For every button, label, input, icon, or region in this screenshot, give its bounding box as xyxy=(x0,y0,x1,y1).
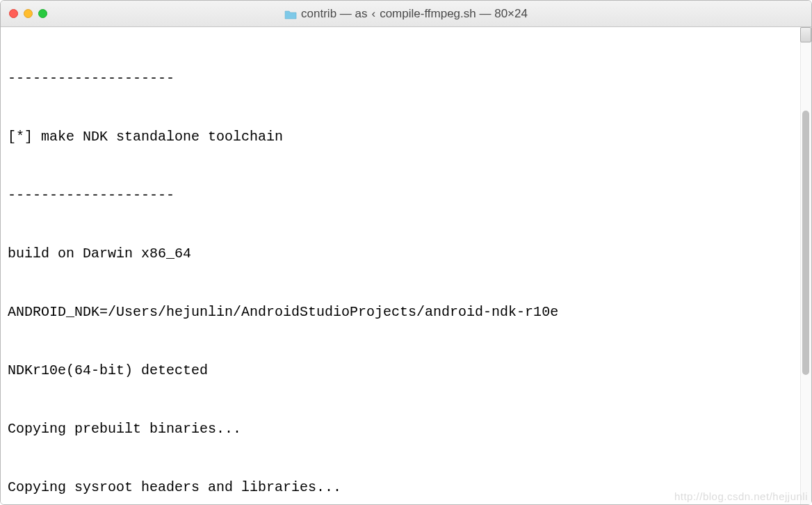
terminal-line: Copying sysroot headers and libraries... xyxy=(8,478,804,497)
scroll-thumb[interactable] xyxy=(802,111,809,375)
terminal-line: -------------------- xyxy=(8,186,804,205)
terminal-line: [*] make NDK standalone toolchain xyxy=(8,127,804,147)
terminal-line: NDKr10e(64-bit) detected xyxy=(8,361,804,380)
terminal-line: build on Darwin x86_64 xyxy=(8,244,804,264)
title-separator: ‹ xyxy=(371,7,375,21)
close-button[interactable] xyxy=(9,9,18,18)
title-prefix: contrib — as xyxy=(301,7,367,21)
maximize-button[interactable] xyxy=(38,9,47,18)
titlebar[interactable]: contrib — as ‹ compile-ffmpeg.sh — 80×24 xyxy=(1,1,811,27)
scrollbar[interactable] xyxy=(800,27,811,504)
terminal-line: Copying prebuilt binaries... xyxy=(8,419,804,439)
terminal-line: ANDROID_NDK=/Users/hejunlin/AndroidStudi… xyxy=(8,303,804,322)
minimize-button[interactable] xyxy=(24,9,33,18)
terminal-line: -------------------- xyxy=(8,69,804,88)
folder-icon xyxy=(284,9,297,19)
terminal-output[interactable]: -------------------- [*] make NDK standa… xyxy=(1,27,811,504)
window-title: contrib — as ‹ compile-ffmpeg.sh — 80×24 xyxy=(284,7,528,21)
title-suffix: compile-ffmpeg.sh — 80×24 xyxy=(380,7,528,21)
scroll-indicator-icon[interactable] xyxy=(800,27,811,42)
window-controls xyxy=(9,9,47,18)
terminal-window: contrib — as ‹ compile-ffmpeg.sh — 80×24… xyxy=(0,0,812,505)
